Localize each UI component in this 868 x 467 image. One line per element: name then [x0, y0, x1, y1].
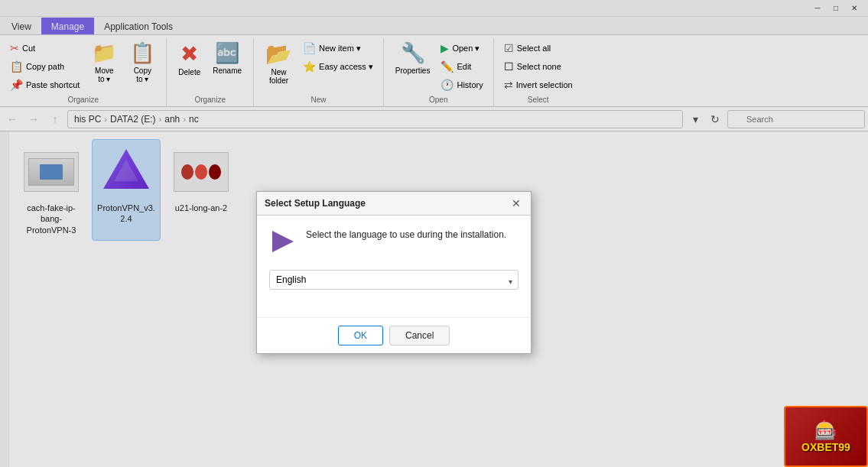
path-sep-1: › [104, 115, 107, 124]
open-button[interactable]: ▶ Open ▾ [437, 40, 486, 57]
organize-content: ✖ Delete 🔤 Rename [173, 38, 247, 94]
new-item-button[interactable]: 📄 New item ▾ [299, 40, 377, 57]
list-item[interactable]: ProtonVPN_v3.2.4 [92, 139, 161, 241]
paste-label: Paste shortcut [26, 80, 80, 89]
path-nc[interactable]: nc [189, 114, 199, 125]
ribbon-organize-group: ✖ Delete 🔤 Rename Organize [167, 38, 254, 106]
cut-label: Cut [22, 44, 35, 53]
ribbon-new-group: 📂 Newfolder 📄 New item ▾ ⭐ Easy access ▾… [254, 38, 384, 106]
select-all-button[interactable]: ☑ Select all [500, 40, 577, 57]
copy-path-label: Copy path [26, 62, 64, 71]
select-content: ☑ Select all ☐ Select none ⇄ Invert sele… [500, 38, 577, 94]
move-label: Moveto ▾ [95, 66, 113, 83]
dialog-footer: OK Cancel [257, 317, 531, 353]
clipboard-small-btns: ✂ Cut 📋 Copy path 📌 Paste shortcut [6, 38, 83, 93]
file-name: ProtonVPN_v3.2.4 [96, 203, 157, 225]
invert-label: Invert selection [516, 80, 573, 89]
select-language-dialog: Select Setup Language ✕ Select the langu… [256, 191, 532, 354]
paste-shortcut-button[interactable]: 📌 Paste shortcut [6, 76, 83, 93]
move-icon: 📁 [92, 41, 116, 65]
address-buttons: ▾ ↻ [686, 110, 724, 128]
dialog-arrow-icon [269, 228, 297, 255]
new-folder-icon: 📂 [265, 41, 292, 66]
address-path[interactable]: his PC › DATA2 (E:) › anh › nc [67, 110, 683, 128]
maximize-button[interactable]: □ [828, 3, 844, 14]
copy-path-icon: 📋 [10, 60, 23, 73]
refresh-button[interactable]: ↻ [706, 110, 724, 128]
close-button[interactable]: ✕ [847, 3, 862, 14]
back-button[interactable]: ← [3, 110, 21, 128]
tab-manage[interactable]: Manage [41, 18, 94, 34]
search-wrapper: 🔍 [727, 110, 865, 128]
open-content: 🔧 Properties ▶ Open ▾ ✏️ Edit 🕐 History [390, 38, 487, 94]
history-button[interactable]: 🕐 History [437, 76, 486, 93]
open-icon: ▶ [441, 42, 449, 54]
tab-view[interactable]: View [2, 18, 41, 34]
open-small-btns: ▶ Open ▾ ✏️ Edit 🕐 History [437, 38, 486, 93]
copy-to-button[interactable]: 📋 Copyto ▾ [125, 38, 160, 86]
path-data2[interactable]: DATA2 (E:) [110, 114, 156, 125]
thumbnail-image [24, 152, 79, 192]
invert-selection-button[interactable]: ⇄ Invert selection [500, 76, 577, 93]
dialog-close-button[interactable]: ✕ [509, 196, 523, 210]
select-small-btns: ☑ Select all ☐ Select none ⇄ Invert sele… [500, 38, 577, 93]
tab-apptools[interactable]: Application Tools [94, 18, 183, 34]
path-anh[interactable]: anh [164, 114, 180, 125]
select-all-label: Select all [517, 44, 551, 53]
edit-label: Edit [457, 62, 471, 71]
new-folder-label: Newfolder [269, 68, 288, 85]
organize-group-label: Organize [194, 94, 226, 106]
ribbon-tabs: View Manage Application Tools [0, 17, 868, 35]
delete-icon: ✖ [180, 41, 198, 66]
easy-access-button[interactable]: ⭐ Easy access ▾ [299, 58, 377, 75]
new-content: 📂 Newfolder 📄 New item ▾ ⭐ Easy access ▾ [260, 38, 377, 94]
dialog-titlebar: Select Setup Language ✕ [257, 192, 531, 216]
language-select-wrapper: English ▾ [269, 270, 519, 293]
ad-text: OXBET99 [801, 441, 850, 453]
list-item[interactable]: cach-fake-ip-bang-ProtonVPN-3 [17, 139, 86, 241]
cancel-button[interactable]: Cancel [389, 326, 450, 345]
open-group-label: Open [429, 94, 447, 106]
properties-icon: 🔧 [401, 41, 425, 65]
dialog-title: Select Setup Language [265, 198, 366, 209]
ad-banner[interactable]: 🎰 OXBET99 [784, 406, 868, 467]
title-bar: ─ □ ✕ [0, 0, 868, 17]
up-button[interactable]: ↑ [46, 110, 64, 128]
new-folder-button[interactable]: 📂 Newfolder [260, 38, 297, 88]
rename-label: Rename [213, 66, 242, 75]
select-group-label: Select [528, 94, 549, 106]
title-controls: ─ □ ✕ [810, 3, 862, 14]
file-icon-image [174, 144, 229, 199]
list-item[interactable]: u21-long-an-2 [167, 139, 236, 241]
language-select[interactable]: English [269, 270, 519, 290]
search-input[interactable] [727, 110, 865, 128]
sidebar [0, 131, 9, 467]
select-none-button[interactable]: ☐ Select none [500, 58, 577, 75]
file-icon-thumb [24, 144, 79, 199]
copy-path-button[interactable]: 📋 Copy path [6, 58, 83, 75]
history-label: History [457, 80, 483, 89]
dialog-message-row: Select the language to use during the in… [269, 228, 519, 258]
ad-content: 🎰 OXBET99 [801, 420, 850, 453]
svg-marker-2 [272, 231, 294, 252]
clipboard-content: ✂ Cut 📋 Copy path 📌 Paste shortcut 📁 Mov… [6, 38, 160, 94]
properties-label: Properties [395, 66, 431, 75]
path-thispc[interactable]: his PC [74, 114, 101, 125]
rename-button[interactable]: 🔤 Rename [207, 38, 247, 78]
path-sep-3: › [183, 115, 186, 124]
minimize-button[interactable]: ─ [810, 3, 825, 14]
dropdown-button[interactable]: ▾ [686, 110, 704, 128]
cut-button[interactable]: ✂ Cut [6, 40, 83, 57]
move-to-button[interactable]: 📁 Moveto ▾ [86, 38, 122, 86]
properties-button[interactable]: 🔧 Properties [390, 38, 436, 78]
new-group-label: New [310, 94, 326, 106]
select-none-label: Select none [517, 62, 561, 71]
ok-button[interactable]: OK [338, 326, 383, 345]
cut-icon: ✂ [10, 42, 19, 54]
forward-button[interactable]: → [24, 110, 43, 128]
invert-icon: ⇄ [504, 79, 513, 91]
delete-button[interactable]: ✖ Delete [173, 38, 206, 79]
edit-button[interactable]: ✏️ Edit [437, 58, 486, 75]
easy-access-icon: ⭐ [303, 60, 316, 73]
new-item-label: New item ▾ [319, 44, 361, 54]
